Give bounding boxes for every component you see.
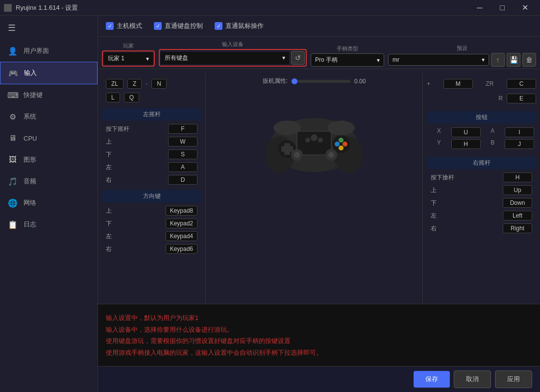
- player-select-arrow: ▾: [146, 55, 149, 62]
- N-button[interactable]: N: [151, 79, 167, 89]
- sidebar-item-audio[interactable]: 🎵 音频: [0, 171, 98, 192]
- svg-point-11: [343, 142, 347, 147]
- body-panels: ZL Z - N L Q 左摇杆 按下摇杆 F 上: [98, 73, 540, 304]
- dpad-left-value[interactable]: Keypad4: [166, 231, 197, 241]
- player-select-value: 玩家 1: [108, 54, 124, 63]
- sidebar-item-hotkey[interactable]: ⌨ 快捷键: [0, 84, 98, 106]
- buttons-title: 按钮: [427, 111, 536, 123]
- keyboard-passthrough-checkbox[interactable]: ✓ 直通键盘控制: [154, 22, 203, 30]
- right-stick-right-label: 右: [431, 224, 437, 233]
- left-stick-right-label: 右: [106, 176, 112, 184]
- sidebar-label-cpu: CPU: [24, 135, 37, 142]
- player-select[interactable]: 玩家 1 ▾: [104, 52, 153, 65]
- dpad-down-value[interactable]: Keypad2: [166, 219, 197, 228]
- left-stick-section: 左摇杆 按下摇杆 F 上 W 下 S 左 A: [102, 108, 201, 186]
- titlebar-controls: ─ □ ✕: [468, 0, 536, 16]
- cancel-button[interactable]: 取消: [454, 370, 491, 388]
- preset-row: mr ▾ ↑ 💾 🗑: [388, 53, 536, 67]
- preset-delete-button[interactable]: 🗑: [522, 53, 536, 67]
- sidebar: ☰ 👤 用户界面 🎮 输入 ⌨ 快捷键 ⚙ 系统 🖥 CPU 🖼 图形 🎵 音频: [0, 16, 98, 392]
- dpad-down-label: 下: [106, 220, 112, 228]
- dpad-right-label: 右: [106, 245, 112, 253]
- sidebar-label-graphics: 图形: [24, 155, 36, 164]
- dpad-up-value[interactable]: Keypad8: [166, 206, 197, 216]
- E-value[interactable]: E: [507, 94, 536, 103]
- audio-icon: 🎵: [8, 176, 18, 186]
- controller-type-value: Pro 手柄: [315, 56, 338, 64]
- L-button[interactable]: L: [106, 93, 120, 102]
- shoulder-area: ZL Z - N: [102, 77, 201, 91]
- dpad-right-row: 右 Keypad6: [102, 243, 201, 255]
- Q-button[interactable]: Q: [124, 93, 139, 102]
- R-label: R: [498, 95, 503, 102]
- left-stick-press-label: 按下摇杆: [106, 125, 129, 133]
- B-value[interactable]: J: [505, 139, 534, 149]
- left-stick-press-value[interactable]: F: [168, 124, 197, 134]
- dpad-right-value[interactable]: Keypad6: [166, 244, 197, 254]
- A-value[interactable]: I: [505, 127, 534, 137]
- right-stick-down-value[interactable]: Down: [503, 198, 532, 208]
- sidebar-item-user[interactable]: 👤 用户界面: [0, 40, 98, 62]
- titlebar-left: Ryujinx 1.1.614 - 设置: [4, 3, 78, 12]
- left-stick-down-row: 下 S: [102, 148, 201, 161]
- right-stick-left-value[interactable]: Left: [503, 211, 532, 220]
- right-stick-right-value[interactable]: Right: [503, 223, 532, 233]
- sidebar-item-cpu[interactable]: 🖥 CPU: [0, 127, 98, 149]
- vibration-label: 扳机属性:: [263, 77, 288, 85]
- minimize-button[interactable]: ─: [468, 0, 491, 16]
- C-value[interactable]: C: [507, 79, 536, 89]
- left-stick-left-label: 左: [106, 163, 112, 172]
- right-stick-up-value[interactable]: Up: [503, 185, 532, 195]
- apply-button[interactable]: 应用: [495, 370, 532, 388]
- left-stick-down-value[interactable]: S: [168, 149, 197, 159]
- preset-save-button[interactable]: 💾: [507, 53, 520, 67]
- dpad-section: 方向键 上 Keypad8 下 Keypad2 左 Keypad4 右: [102, 190, 201, 255]
- sidebar-item-graphics[interactable]: 🖼 图形: [0, 149, 98, 171]
- sidebar-item-input[interactable]: 🎮 输入: [0, 62, 98, 84]
- left-panel: ZL Z - N L Q 左摇杆 按下摇杆 F 上: [98, 73, 206, 304]
- sidebar-label-input: 输入: [24, 69, 37, 77]
- preset-up-button[interactable]: ↑: [491, 53, 505, 67]
- keyboard-passthrough-label: 直通键盘控制: [165, 22, 203, 30]
- refresh-button[interactable]: ↺: [291, 51, 305, 65]
- sidebar-menu-icon[interactable]: ☰: [0, 16, 98, 40]
- save-button[interactable]: 保存: [414, 371, 450, 388]
- X-value[interactable]: U: [451, 127, 481, 137]
- vibration-slider[interactable]: [292, 80, 350, 83]
- maximize-button[interactable]: □: [491, 0, 514, 16]
- preset-select[interactable]: mr ▾: [388, 54, 489, 66]
- preset-header: 预设: [388, 45, 536, 52]
- input-device-config-group: 输入设备 所有键盘 ▾ ↺: [159, 41, 307, 67]
- main-content: ✓ 主机模式 ✓ 直通键盘控制 ✓ 直通鼠标操作 玩家 玩家 1 ▾: [98, 16, 540, 392]
- left-stick-up-value[interactable]: W: [168, 137, 197, 147]
- mouse-passthrough-checkbox[interactable]: ✓ 直通鼠标操作: [215, 22, 264, 30]
- right-stick-up-label: 上: [431, 186, 437, 195]
- right-stick-up-row: 上 Up: [427, 184, 536, 196]
- input-device-select[interactable]: 所有键盘 ▾: [161, 52, 289, 64]
- right-stick-press-row: 按下搶杆 H: [427, 171, 536, 184]
- user-icon: 👤: [8, 46, 18, 56]
- sidebar-item-system[interactable]: ⚙ 系统: [0, 106, 98, 127]
- sidebar-label-audio: 音频: [24, 177, 36, 186]
- right-stick-press-value[interactable]: H: [503, 172, 532, 182]
- sidebar-item-log[interactable]: 📋 日志: [0, 214, 98, 235]
- left-stick-right-value[interactable]: D: [168, 175, 197, 185]
- input-device-arrow: ▾: [282, 54, 285, 61]
- Z-button[interactable]: Z: [127, 79, 142, 89]
- close-button[interactable]: ✕: [514, 0, 536, 16]
- L-area: L Q: [102, 93, 201, 104]
- sidebar-item-network[interactable]: 🌐 网络: [0, 192, 98, 214]
- host-mode-checkbox[interactable]: ✓ 主机模式: [106, 22, 142, 30]
- left-stick-press-row: 按下摇杆 F: [102, 122, 201, 135]
- controller-type-select[interactable]: Pro 手柄 ▾: [311, 53, 384, 67]
- controller-type-arrow: ▾: [377, 57, 380, 64]
- M-value[interactable]: M: [443, 79, 473, 89]
- Y-value[interactable]: H: [451, 139, 481, 149]
- app-icon: [4, 4, 12, 12]
- B-label: B: [483, 139, 503, 149]
- vibration-value: 0.00: [354, 78, 366, 85]
- right-stick-left-row: 左 Left: [427, 209, 536, 222]
- left-stick-left-value[interactable]: A: [168, 162, 197, 172]
- ZL-button[interactable]: ZL: [106, 79, 123, 89]
- top-right-row: + M ZR C: [427, 77, 536, 91]
